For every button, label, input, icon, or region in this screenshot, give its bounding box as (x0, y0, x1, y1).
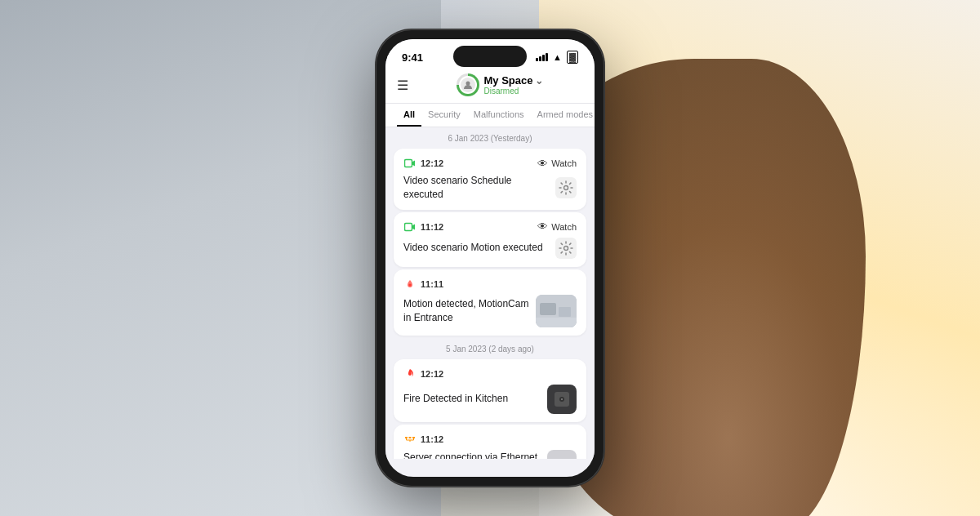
phone-mockup: 9:41 ▲ ▓ ☰ (376, 29, 604, 487)
event-2-body: Video scenario Motion executed (403, 238, 577, 259)
event-4-text: Fire Detected in Kitchen (403, 392, 541, 406)
event-card-4[interactable]: 12:12 Fire Detected in Kitchen (394, 359, 586, 422)
event-3-text: Motion detected, MotionCam in Entrance (403, 297, 529, 325)
svg-rect-3 (405, 223, 412, 230)
hub-device-icon (547, 385, 577, 414)
event-5-time-row: 11:12 (403, 433, 443, 446)
event-2-time-row: 11:12 (403, 220, 443, 234)
svg-point-2 (564, 186, 568, 190)
eye-icon-1: 👁 (537, 158, 548, 170)
ethernet-icon (403, 433, 416, 446)
event-card-2[interactable]: 11:12 👁 Watch Video scenario Motion exec… (394, 212, 586, 267)
event-1-body: Video scenario Schedule executed (403, 174, 577, 202)
event-4-time-row: 12:12 (403, 367, 443, 380)
date-header-2: 5 Jan 2023 (2 days ago) (385, 338, 595, 357)
svg-rect-13 (405, 437, 408, 438)
event-5-text: Server connection via Ethernet restored (403, 451, 541, 459)
event-5-body: Server connection via Ethernet restored (403, 450, 577, 459)
status-icons: ▲ ▓ (536, 51, 578, 64)
watch-button-2[interactable]: 👁 Watch (537, 220, 577, 233)
space-info[interactable]: My Space ⌄ Disarmed (416, 73, 583, 96)
video-icon-2 (403, 220, 416, 234)
dynamic-island (453, 46, 527, 67)
eye-icon-2: 👁 (537, 220, 548, 233)
event-3-time: 11:11 (421, 279, 443, 289)
svg-point-4 (564, 246, 568, 250)
menu-icon[interactable]: ☰ (397, 78, 408, 93)
event-card-1[interactable]: 12:12 👁 Watch Video scenario Schedule ex… (394, 149, 586, 210)
svg-rect-7 (540, 303, 556, 315)
svg-rect-15 (412, 437, 415, 438)
svg-point-12 (561, 398, 563, 400)
event-card-3[interactable]: 11:11 Motion detected, MotionCam in Entr… (394, 269, 586, 336)
svg-point-0 (466, 82, 470, 86)
ethernet-device-icon (547, 450, 577, 459)
gear-button-1[interactable] (555, 177, 577, 198)
gear-button-2[interactable] (555, 238, 577, 259)
event-2-text: Video scenario Motion executed (403, 241, 549, 255)
event-3-time-row: 11:11 (403, 278, 443, 291)
space-name-row: My Space ⌄ (484, 74, 544, 87)
svg-rect-8 (559, 307, 571, 317)
space-avatar-inner (461, 78, 475, 92)
watch-button-1[interactable]: 👁 Watch (537, 158, 577, 170)
event-1-time: 12:12 (421, 158, 443, 168)
event-4-body: Fire Detected in Kitchen (403, 385, 577, 414)
watch-label-2: Watch (551, 222, 577, 232)
svg-point-5 (409, 283, 412, 286)
events-list: 6 Jan 2023 (Yesterday) 12:12 (385, 127, 595, 459)
event-card-5[interactable]: 11:12 Server connection via Ethernet res… (394, 425, 586, 459)
video-icon-1 (403, 157, 416, 170)
event-4-header: 12:12 (403, 367, 577, 380)
phone-frame: 9:41 ▲ ▓ ☰ (376, 29, 604, 487)
fire-icon (403, 367, 416, 380)
event-1-header: 12:12 👁 Watch (403, 157, 577, 170)
event-5-time: 11:12 (421, 434, 443, 444)
tabs-bar: All Security Malfunctions Armed modes Sm… (385, 104, 595, 127)
motion-thumbnail (536, 295, 577, 327)
space-status: Disarmed (484, 87, 544, 96)
event-1-time-row: 12:12 (403, 157, 443, 170)
space-name: My Space (484, 74, 533, 87)
event-1-text: Video scenario Schedule executed (403, 174, 549, 202)
tab-armed-modes[interactable]: Armed modes (531, 104, 595, 127)
event-3-header: 11:11 (403, 278, 577, 291)
event-5-header: 11:12 (403, 433, 577, 446)
tab-security[interactable]: Security (421, 104, 467, 127)
app-header: ☰ My Space ⌄ (385, 69, 595, 104)
chevron-icon: ⌄ (535, 75, 543, 87)
space-avatar (457, 73, 479, 96)
watch-label-1: Watch (551, 158, 577, 168)
event-3-body: Motion detected, MotionCam in Entrance (403, 295, 577, 327)
svg-rect-14 (409, 437, 412, 438)
tab-all[interactable]: All (397, 104, 421, 127)
event-2-time: 11:12 (421, 222, 443, 232)
event-2-header: 11:12 👁 Watch (403, 220, 577, 234)
signal-icon (536, 53, 548, 61)
svg-rect-16 (555, 457, 569, 459)
event-4-time: 12:12 (421, 369, 443, 379)
status-time: 9:41 (402, 51, 423, 64)
svg-rect-1 (405, 160, 412, 167)
motion-icon (403, 278, 416, 291)
space-text: My Space ⌄ Disarmed (484, 74, 544, 96)
battery-icon: ▓ (567, 51, 578, 64)
phone-screen: 9:41 ▲ ▓ ☰ (385, 39, 595, 477)
wifi-icon: ▲ (553, 52, 562, 62)
svg-rect-9 (536, 318, 577, 327)
tab-malfunctions[interactable]: Malfunctions (467, 104, 531, 127)
date-header-1: 6 Jan 2023 (Yesterday) (385, 127, 595, 146)
